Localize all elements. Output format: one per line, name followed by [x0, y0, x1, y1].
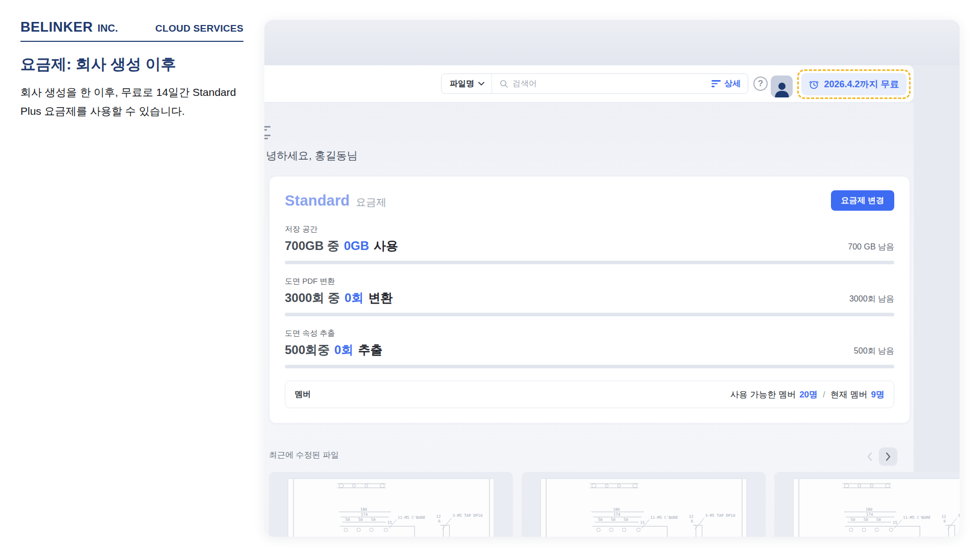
- search-input[interactable]: [512, 79, 712, 88]
- doc-panel: BELINKERINC. CLOUD SERVICES 요금제: 회사 생성 이…: [0, 0, 255, 551]
- recent-file-thumbnail[interactable]: 180 174 50 50 50 15 11-M5 C'BORE 12 6 3-…: [269, 472, 513, 537]
- free-trial-text: 2026.4.2까지 무료: [824, 78, 899, 90]
- brand-name: BELINKER: [20, 19, 93, 35]
- svg-text:15: 15: [387, 520, 392, 525]
- usage-value-suffix: 사용: [374, 238, 398, 254]
- brand-divider: [20, 41, 243, 42]
- search-bar: 파일명 상세: [441, 73, 748, 94]
- brand-row: BELINKERINC. CLOUD SERVICES: [20, 19, 243, 35]
- help-button[interactable]: ?: [753, 77, 768, 91]
- user-avatar[interactable]: [771, 76, 793, 97]
- svg-text:11-M5 C'BORE: 11-M5 C'BORE: [650, 515, 678, 520]
- alarm-clock-icon: [808, 79, 819, 90]
- search-icon: [499, 79, 508, 88]
- recent-file-thumbnail[interactable]: 180 174 50 50 50 15 11-M5 C'BORE 12 6 3-…: [522, 472, 766, 537]
- svg-text:50: 50: [624, 517, 629, 522]
- page-description: 회사 생성을 한 이후, 무료로 14일간 Standard Plus 요금제를…: [20, 83, 241, 120]
- storage-progress-bar: [285, 261, 894, 264]
- file-filter-dropdown[interactable]: 파일명: [442, 74, 492, 93]
- usage-label: 저장 공간: [285, 224, 894, 234]
- recent-files-title: 최근에 수정된 파일: [269, 450, 339, 461]
- chevron-right-icon: [885, 452, 891, 461]
- svg-text:180: 180: [866, 507, 873, 512]
- usage-value-suffix: 추출: [358, 342, 382, 358]
- member-label: 멤버: [295, 389, 311, 400]
- cutoff-logo-fragment: [264, 125, 273, 142]
- usage-value-main: 700GB 중: [285, 238, 339, 254]
- svg-text:6: 6: [438, 519, 440, 523]
- recent-file-thumbnail[interactable]: 180 174 50 50 50 15 11-M5 C'BORE 12 6 3-…: [774, 472, 960, 537]
- svg-text:50: 50: [864, 517, 869, 522]
- svg-text:3-M5 TAP DP10: 3-M5 TAP DP10: [453, 513, 483, 518]
- usage-row-storage: 저장 공간 700GB 중 0GB 사용 700 GB 남음: [285, 224, 894, 264]
- plan-card: Standard 요금제 요금제 변경 저장 공간 700GB 중 0GB 사용…: [269, 176, 910, 423]
- cad-drawing: 180 174 50 50 50 15 11-M5 C'BORE 12 6 3-…: [794, 479, 960, 537]
- svg-text:11-M5 C'BORE: 11-M5 C'BORE: [903, 515, 931, 520]
- svg-text:50: 50: [876, 517, 881, 522]
- member-current-value: 9명: [871, 389, 885, 400]
- filter-lines-icon: [712, 80, 721, 87]
- usage-value-main: 3000회 중: [285, 290, 340, 306]
- app-toolbar: 파일명 상세 ?: [264, 65, 914, 102]
- usage-value-highlight: 0GB: [344, 239, 369, 253]
- file-filter-label: 파일명: [450, 79, 474, 89]
- svg-text:50: 50: [611, 517, 616, 522]
- member-stats: 사용 가능한 멤버 20명 / 현재 멤버 9명: [730, 389, 885, 400]
- member-summary-box: 멤버 사용 가능한 멤버 20명 / 현재 멤버 9명: [285, 381, 894, 408]
- svg-text:50: 50: [851, 517, 856, 522]
- pdf-conversion-progress-bar: [285, 313, 894, 316]
- free-trial-highlight: 2026.4.2까지 무료: [797, 69, 911, 99]
- svg-text:12: 12: [436, 514, 440, 519]
- advanced-search-button[interactable]: 상세: [712, 79, 748, 89]
- plan-card-header: Standard 요금제 요금제 변경: [285, 189, 894, 212]
- app-top-strip: [264, 20, 960, 65]
- recent-files-next-button[interactable]: [879, 447, 897, 466]
- drawing-sheet: 180 174 50 50 50 15 11-M5 C'BORE 12 6 3-…: [288, 479, 494, 537]
- brand-suffix: INC.: [97, 22, 118, 34]
- question-icon: ?: [758, 79, 763, 89]
- drawing-sheet: 180 174 50 50 50 15 11-M5 C'BORE 12 6 3-…: [794, 479, 960, 537]
- usage-line: 3000회 중 0회 변환 3000회 남음: [285, 290, 894, 306]
- cad-drawing: 180 174 50 50 50 15 11-M5 C'BORE 12 6 3-…: [288, 479, 494, 537]
- brand-logo: BELINKERINC.: [20, 19, 118, 35]
- page-title: 요금제: 회사 생성 이후: [20, 54, 176, 75]
- svg-text:15: 15: [893, 520, 897, 525]
- svg-text:12: 12: [689, 514, 693, 519]
- svg-text:12: 12: [941, 514, 946, 519]
- free-trial-badge[interactable]: 2026.4.2까지 무료: [801, 73, 906, 95]
- svg-text:50: 50: [358, 517, 363, 522]
- usage-label: 도면 PDF 변환: [285, 277, 894, 286]
- chevron-down-icon: [478, 82, 484, 86]
- app-screenshot: 파일명 상세 ?: [264, 20, 960, 537]
- usage-value-suffix: 변환: [368, 290, 393, 306]
- svg-text:174: 174: [866, 512, 873, 517]
- usage-line: 700GB 중 0GB 사용 700 GB 남음: [285, 238, 894, 254]
- usage-value-main: 500회중: [285, 342, 330, 358]
- plan-title: Standard 요금제: [285, 192, 386, 209]
- member-current-label: 현재 멤버: [830, 389, 868, 400]
- svg-text:50: 50: [371, 517, 376, 522]
- member-available-label: 사용 가능한 멤버: [730, 389, 796, 400]
- usage-remaining: 700 GB 남음: [848, 242, 894, 254]
- usage-row-attribute-extraction: 도면 속성 추출 500회중 0회 추출 500회 남음: [285, 329, 894, 368]
- member-separator: /: [823, 390, 825, 400]
- brand-tagline: CLOUD SERVICES: [155, 23, 243, 34]
- svg-text:50: 50: [598, 517, 603, 522]
- svg-text:180: 180: [360, 507, 368, 512]
- recent-files-prev-button[interactable]: [861, 447, 879, 466]
- extraction-progress-bar: [285, 365, 894, 368]
- change-plan-button[interactable]: 요금제 변경: [831, 190, 894, 211]
- usage-value: 3000회 중 0회 변환: [285, 290, 393, 306]
- usage-label: 도면 속성 추출: [285, 329, 894, 338]
- drawing-sheet: 180 174 50 50 50 15 11-M5 C'BORE 12 6 3-…: [541, 479, 746, 537]
- chevron-left-icon: [867, 452, 873, 461]
- svg-text:3-M5 TAP DP10: 3-M5 TAP DP10: [705, 513, 736, 518]
- plan-name-suffix: 요금제: [356, 195, 386, 209]
- svg-text:174: 174: [361, 512, 368, 517]
- svg-text:180: 180: [613, 507, 620, 512]
- cad-drawing: 180 174 50 50 50 15 11-M5 C'BORE 12 6 3-…: [541, 479, 746, 537]
- plan-name: Standard: [285, 192, 350, 209]
- advanced-search-label: 상세: [724, 79, 741, 89]
- svg-text:15: 15: [640, 520, 645, 525]
- svg-text:11-M5 C'BORE: 11-M5 C'BORE: [398, 515, 426, 520]
